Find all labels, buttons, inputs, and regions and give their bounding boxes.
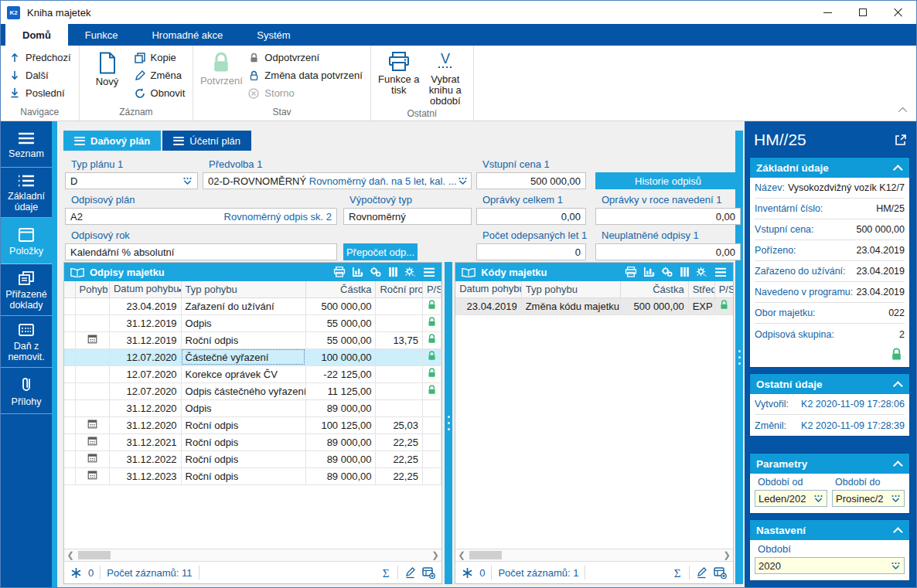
add-record-icon[interactable] xyxy=(422,567,435,579)
confirm-button[interactable]: Potvrzení xyxy=(198,47,244,87)
odpisovy-plan-field[interactable]: A2 Rovnoměrný odpis sk. 2 xyxy=(65,208,337,225)
obdobi-od-field[interactable]: Leden/202 xyxy=(755,490,827,507)
table-row[interactable]: 31.12.2023 Roční odpis 89 000,00 22,25 xyxy=(64,467,441,484)
scroll-thumb[interactable] xyxy=(78,551,111,559)
opravky-v-roce-field[interactable]: 0,00 xyxy=(595,208,741,225)
pocet-let-field[interactable]: 0 xyxy=(476,243,586,260)
scroll-thumb[interactable] xyxy=(469,551,502,559)
col-rowmarker[interactable] xyxy=(64,281,75,297)
typ-planu-field[interactable]: D xyxy=(65,172,198,189)
change-confirm-date-button[interactable]: Změna data potvrzení xyxy=(244,67,365,83)
sidebar-item-polozky[interactable]: Položky xyxy=(1,218,52,264)
settings-gear-icon[interactable] xyxy=(404,267,417,277)
kody-hscrollbar[interactable]: ❮ ❯ xyxy=(455,549,733,561)
panel-zakladni-header[interactable]: Základní údaje xyxy=(750,158,909,178)
dropdown-icon[interactable] xyxy=(890,562,901,570)
predvolba-field[interactable]: 02-D-ROVNOMĚRNÝ Rovnoměrný daň. na 5 let… xyxy=(203,172,472,189)
refresh-button[interactable]: Obnovit xyxy=(131,85,189,101)
obdobi-field[interactable]: 2020 xyxy=(755,557,905,574)
table-row[interactable]: 31.12.2020 Odpis 89 000,00 xyxy=(64,399,441,416)
edit-pencil-icon[interactable] xyxy=(696,567,707,579)
edit-pencil-icon[interactable] xyxy=(404,567,416,579)
historie-odpisu-button[interactable]: Historie odpisů xyxy=(595,172,741,189)
table-menu-icon[interactable] xyxy=(714,267,727,277)
edit-button[interactable]: Změna xyxy=(131,67,189,83)
ribbon-tab-system[interactable]: Systém xyxy=(240,24,307,46)
sidebar-item-prirazene-doklady[interactable]: Přiřazené doklady xyxy=(1,264,52,316)
maximize-button[interactable] xyxy=(845,1,881,24)
table-row[interactable]: 31.12.2020 Roční odpis 100 125,00 25,03 xyxy=(64,416,441,433)
print-grid-icon[interactable] xyxy=(625,267,637,277)
odpisovy-rok-field[interactable]: Kalendářní % absolutní xyxy=(65,243,337,260)
filter-star-icon[interactable] xyxy=(70,567,82,579)
add-record-icon[interactable] xyxy=(714,567,727,579)
col-rocni-proc[interactable]: Roční proc xyxy=(376,281,422,297)
prepocet-odpisu-button[interactable]: Přepočet odp... xyxy=(343,243,418,260)
table-row[interactable]: 12.07.2020 Korekce oprávek ČV -22 125,00 xyxy=(64,365,441,382)
scroll-right-icon[interactable]: ❯ xyxy=(429,549,441,561)
settings-gear-icon[interactable] xyxy=(696,267,708,277)
collapse-chevron-icon[interactable] xyxy=(893,461,903,471)
table-row[interactable]: 23.04.2019 Změna kódu majetku 500 000,00… xyxy=(455,297,733,314)
dropdown-icon[interactable] xyxy=(890,495,901,503)
open-in-window-icon[interactable] xyxy=(895,134,907,146)
ribbon-tab-domu[interactable]: Domů xyxy=(5,24,68,46)
table-row[interactable]: 12.07.2020 Částečné vyřazení 100 000,00 xyxy=(64,348,441,365)
sum-icon[interactable]: Σ xyxy=(672,567,683,579)
table-row[interactable]: 31.12.2022 Roční odpis 89 000,00 22,25 xyxy=(64,450,441,467)
tab-danovy-plan[interactable]: Daňový plán xyxy=(63,131,161,151)
col-typ-pohybu[interactable]: Typ pohybu xyxy=(521,281,620,297)
col-datum-pohybu[interactable]: Datum pohybu▸1 xyxy=(109,281,181,297)
sidebar-item-seznam[interactable]: Seznam xyxy=(1,121,52,168)
panel-parametry-header[interactable]: Parametry xyxy=(750,454,909,474)
odpisy-grid[interactable]: Pohyb Datum pohybu▸1 Typ pohybu Částka R… xyxy=(64,281,441,549)
ribbon-tab-funkce[interactable]: Funkce xyxy=(68,24,135,46)
table-menu-icon[interactable] xyxy=(423,267,435,277)
col-castka[interactable]: Částka xyxy=(305,281,376,297)
close-button[interactable] xyxy=(881,1,916,24)
select-book-period-button[interactable]: V Vybrat knihu a období xyxy=(422,47,469,107)
minimize-button[interactable] xyxy=(810,1,845,24)
odpisy-header-row[interactable]: Pohyb Datum pohybu▸1 Typ pohybu Částka R… xyxy=(64,281,441,297)
dropdown-icon[interactable] xyxy=(813,495,823,503)
vstupni-cena-field[interactable]: 500 000,00 xyxy=(476,172,586,189)
table-row[interactable]: 23.04.2019 Zařazení do užívání 500 000,0… xyxy=(64,297,441,314)
gears-icon[interactable] xyxy=(661,267,673,277)
functions-print-button[interactable]: Funkce a tisk xyxy=(376,47,422,96)
vypoctovy-typ-field[interactable]: Rovnoměrný xyxy=(343,208,472,225)
sum-icon[interactable]: Σ xyxy=(380,567,391,579)
scroll-left-icon[interactable]: ❮ xyxy=(455,549,468,561)
chart-icon[interactable] xyxy=(352,267,363,277)
scroll-right-icon[interactable]: ❯ xyxy=(721,549,733,561)
columns-icon[interactable] xyxy=(388,267,398,277)
dropdown-icon[interactable] xyxy=(182,177,193,185)
kody-header-row[interactable]: Datum pohybu▸1 Typ pohybu Částka Střed P… xyxy=(455,281,733,297)
panel-nastaveni-header[interactable]: Nastavení xyxy=(750,520,909,540)
col-ps[interactable]: P/S xyxy=(714,281,733,297)
gears-icon[interactable] xyxy=(370,267,382,277)
odpisy-hscrollbar[interactable]: ❮ ❯ xyxy=(64,549,441,561)
col-typ-pohybu[interactable]: Typ pohybu xyxy=(181,281,305,297)
col-ps[interactable]: P/S xyxy=(422,281,441,297)
ribbon-collapse-button[interactable] xyxy=(901,104,907,116)
previous-button[interactable]: Předchozí xyxy=(5,49,74,66)
collapse-chevron-icon[interactable] xyxy=(893,381,903,391)
table-row[interactable]: 12.07.2020 Odpis částečného vyřazení 11 … xyxy=(64,382,441,399)
storno-button[interactable]: Storno xyxy=(244,85,365,101)
dropdown-icon[interactable] xyxy=(457,177,468,185)
col-castka[interactable]: Částka xyxy=(620,281,688,297)
table-row[interactable]: 31.12.2019 Odpis 55 000,00 xyxy=(64,314,441,331)
kody-grid[interactable]: Datum pohybu▸1 Typ pohybu Částka Střed P… xyxy=(455,281,733,549)
col-datum-pohybu[interactable]: Datum pohybu▸1 xyxy=(455,281,521,297)
table-row[interactable]: 31.12.2019 Roční odpis 55 000,00 13,75 xyxy=(64,331,441,348)
neuplatnene-field[interactable]: 0,00 xyxy=(595,243,741,260)
new-button[interactable]: Nový xyxy=(84,47,131,87)
chart-icon[interactable] xyxy=(643,267,655,277)
opravky-celkem-field[interactable]: 0,00 xyxy=(476,208,586,225)
columns-icon[interactable] xyxy=(680,267,690,277)
panel-ostatni-header[interactable]: Ostatní údaje xyxy=(750,374,909,394)
copy-button[interactable]: Kopie xyxy=(131,49,189,66)
collapse-chevron-icon[interactable] xyxy=(893,165,903,175)
sidebar-item-dan-z-nemovit[interactable]: Daň z nemovit. xyxy=(1,316,52,368)
sidebar-item-prilohy[interactable]: Přílohy xyxy=(1,368,52,414)
